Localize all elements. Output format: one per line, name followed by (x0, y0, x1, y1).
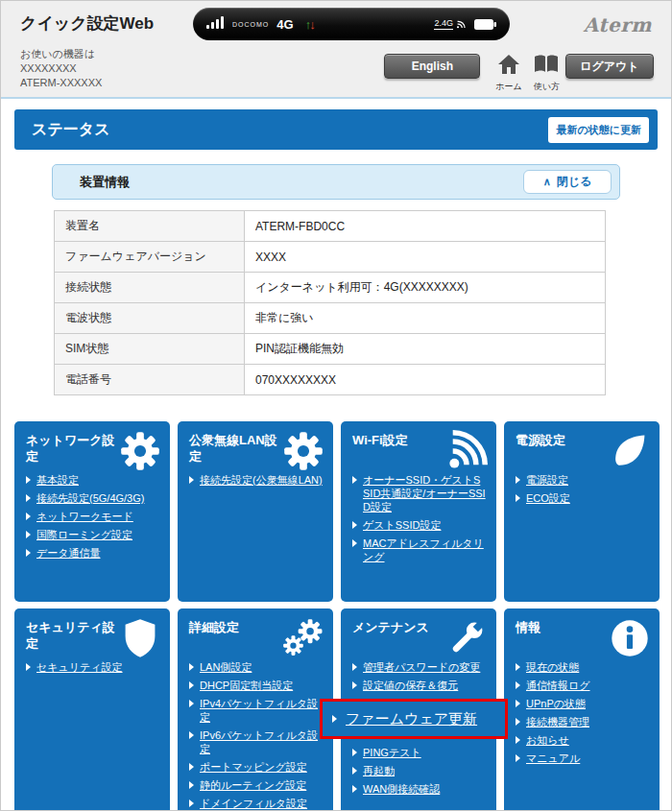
link-wifi-1[interactable]: ゲストSSID設定 (363, 519, 441, 531)
link-arrow-icon (189, 700, 194, 707)
link-arrow-icon (189, 781, 194, 789)
battery-icon (474, 19, 496, 30)
link-network-4[interactable]: データ通信量 (36, 547, 101, 559)
table-row: ファームウェアバージョンXXXX (55, 242, 606, 273)
link-public-wlan-0[interactable]: 接続先設定(公衆無線LAN) (200, 474, 323, 486)
header-actions: English ホーム 使い方 ログアウト (384, 54, 654, 93)
link-arrow-icon (26, 513, 31, 520)
home-label: ホーム (495, 81, 521, 93)
logout-button[interactable]: ログアウト (565, 54, 654, 79)
home-button[interactable]: ホーム (495, 54, 521, 93)
link-item: 再起動 (352, 764, 487, 777)
link-security-0[interactable]: セキュリティ設定 (36, 661, 123, 673)
link-item: 接続先設定(5G/4G/3G) (26, 491, 160, 505)
link-arrow-icon (189, 799, 194, 807)
link-arrow-icon (26, 494, 31, 502)
link-advanced-6[interactable]: ドメインフィルタ設定 (200, 798, 307, 809)
device-id: XXXXXXXX (20, 61, 102, 76)
link-arrow-icon (26, 549, 31, 557)
link-item: お知らせ (516, 733, 650, 747)
link-item: MACアドレスフィルタリング (352, 537, 487, 563)
link-info-1[interactable]: 通信情報ログ (526, 680, 590, 691)
link-info-5[interactable]: マニュアル (526, 752, 580, 764)
card-title: 情報 (516, 619, 615, 656)
link-item: IPv4パケットフィルタ設定 (189, 697, 324, 724)
link-arrow-icon (352, 663, 357, 671)
link-advanced-3[interactable]: IPv6パケットフィルタ設定 (200, 729, 318, 754)
link-info-3[interactable]: 接続機器管理 (526, 716, 589, 728)
link-network-3[interactable]: 国際ローミング設定 (36, 529, 132, 540)
link-item: セキュリティ設定 (26, 660, 160, 674)
help-button[interactable]: 使い方 (534, 54, 560, 93)
collapse-panel-button[interactable]: ∧閉じる (523, 170, 612, 194)
table-row-value: 070XXXXXXXX (245, 365, 606, 395)
card-maintenance: メンテナンス 管理者パスワードの変更設定値の保存＆復元ファームウェア更新PING… (341, 608, 496, 811)
table-row-value: ATERM-FBD0CC (245, 211, 606, 242)
link-advanced-0[interactable]: LAN側設定 (200, 661, 252, 673)
link-maintenance-2[interactable]: ファームウェア更新 (346, 710, 477, 727)
link-arrow-icon (516, 476, 520, 484)
link-item: UPnPの状態 (516, 697, 650, 710)
link-wifi-2[interactable]: MACアドレスフィルタリング (363, 537, 484, 562)
card-public-wlan: 公衆無線LAN設定接続先設定(公衆無線LAN) (178, 421, 333, 602)
link-arrow-icon (352, 785, 357, 793)
link-arrow-icon (516, 718, 520, 726)
link-arrow-icon (26, 476, 31, 484)
link-info-2[interactable]: UPnPの状態 (526, 698, 586, 709)
link-network-2[interactable]: ネットワークモード (36, 511, 133, 522)
table-row-label: 電話番号 (55, 365, 245, 395)
link-advanced-5[interactable]: 静的ルーティング設定 (200, 779, 306, 791)
english-button[interactable]: English (384, 54, 480, 79)
device-info-panel-title: 装置情報 (80, 174, 130, 191)
header: クイック設定Web DOCOMO 4G ↑↓ 2.4G Aterm お使いの機器… (1, 1, 671, 97)
main-content: ステータス 最新の状態に更新 装置情報 ∧閉じる 装置名ATERM-FBD0CC… (1, 99, 671, 811)
link-maintenance-4[interactable]: 再起動 (363, 765, 395, 776)
network-type-label: 4G (276, 17, 293, 32)
link-item: ネットワークモード (26, 510, 160, 523)
link-maintenance-1[interactable]: 設定値の保存＆復元 (363, 680, 458, 691)
link-maintenance-5[interactable]: WAN側接続確認 (363, 783, 440, 795)
link-power-1[interactable]: ECO設定 (526, 492, 570, 504)
card-wifi: Wi-Fi設定 オーナーSSID・ゲストSSID共通設定/オーナーSSID設定ゲ… (341, 421, 496, 602)
table-row-value: 非常に強い (245, 303, 606, 334)
link-arrow-icon (352, 681, 357, 689)
link-arrow-icon (332, 715, 337, 723)
link-item: IPv6パケットフィルタ設定 (189, 728, 324, 755)
link-item: 現在の状態 (516, 660, 650, 674)
link-info-0[interactable]: 現在の状態 (526, 661, 579, 673)
link-network-1[interactable]: 接続先設定(5G/4G/3G) (36, 492, 144, 504)
table-row-label: 装置名 (55, 211, 245, 242)
card-title: メンテナンス (352, 619, 452, 656)
link-item: 管理者パスワードの変更 (352, 660, 487, 674)
link-maintenance-0[interactable]: 管理者パスワードの変更 (363, 661, 480, 673)
card-title: 公衆無線LAN設定 (189, 432, 289, 469)
link-advanced-2[interactable]: IPv4パケットフィルタ設定 (200, 698, 318, 723)
chevron-up-icon: ∧ (543, 176, 551, 187)
link-info-4[interactable]: お知らせ (526, 734, 569, 746)
link-advanced-4[interactable]: ポートマッピング設定 (200, 761, 307, 773)
link-wifi-0[interactable]: オーナーSSID・ゲストSSID共通設定/オーナーSSID設定 (363, 474, 486, 513)
card-advanced: 詳細設定LAN側設定DHCP固定割当設定IPv4パケットフィルタ設定IPv6パケ… (178, 608, 333, 811)
link-item: PINGテスト (352, 746, 487, 759)
card-security: セキュリティ設定セキュリティ設定 (14, 608, 170, 811)
link-power-0[interactable]: 電源設定 (526, 474, 568, 486)
card-power: 電源設定電源設定ECO設定 (504, 421, 660, 602)
highlighted-link-item: ファームウェア更新 (320, 699, 508, 739)
link-maintenance-3[interactable]: PINGテスト (363, 747, 421, 758)
link-network-0[interactable]: 基本設定 (36, 474, 79, 486)
refresh-status-button[interactable]: 最新の状態に更新 (548, 117, 649, 143)
link-arrow-icon (352, 476, 357, 484)
link-advanced-1[interactable]: DHCP固定割当設定 (200, 680, 293, 691)
link-arrow-icon (516, 663, 520, 671)
link-arrow-icon (352, 539, 357, 547)
card-info: 情報 現在の状態通信情報ログUPnPの状態接続機器管理お知らせマニュアル (504, 608, 660, 811)
link-item: 基本設定 (26, 473, 160, 487)
table-row: 電話番号070XXXXXXXX (55, 365, 606, 395)
device-info-panel-header: 装置情報 ∧閉じる (52, 164, 620, 200)
link-arrow-icon (352, 521, 357, 529)
link-arrow-icon (352, 749, 357, 756)
info-icon (609, 617, 651, 659)
home-icon (497, 54, 520, 79)
link-item: 国際ローミング設定 (26, 528, 160, 541)
link-arrow-icon (352, 767, 357, 775)
